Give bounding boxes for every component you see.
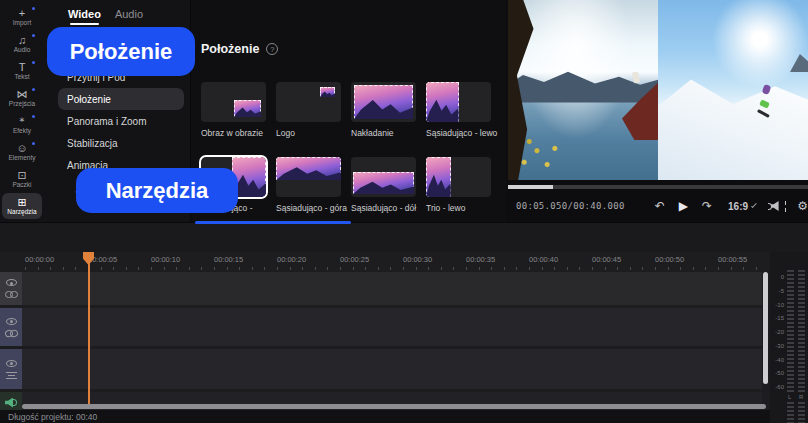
track1-header: [0, 272, 22, 305]
vertical-scrollbar[interactable]: [763, 272, 768, 384]
sidebar-item-label: Elementy: [8, 154, 35, 161]
preset-card[interactable]: Obraz w obrazie: [201, 82, 266, 139]
preset-thumbnail: [426, 157, 491, 197]
meter-bar-left-lower: [787, 402, 794, 423]
callout-tools: Narzędzia: [76, 168, 238, 213]
new-content-dot: [32, 142, 35, 145]
audio-track-icon[interactable]: [5, 398, 17, 408]
meter-scale-label: -20: [775, 329, 784, 335]
mountain-thumb: [320, 87, 335, 97]
track2-lane[interactable]: [22, 308, 762, 346]
preset-card[interactable]: Sąsiadująco - lewo: [426, 82, 491, 139]
callout-tools-label: Narzędzia: [106, 178, 209, 204]
preset-label: Obraz w obrazie: [201, 128, 266, 138]
panel-header: Położenie ?: [201, 42, 278, 56]
tools-menu-item[interactable]: Panorama i Zoom: [58, 110, 184, 132]
preset-label: Trio - lewo: [426, 203, 491, 213]
aspect-ratio-select[interactable]: 16:9: [728, 201, 748, 212]
tab[interactable]: Audio: [115, 8, 143, 25]
mountain-thumb: [234, 100, 261, 117]
timeline: 00:00:0000:00:0500:00:1000:00:1500:00:20…: [0, 252, 808, 423]
link-icon[interactable]: [5, 291, 18, 298]
meter-scale-label: -40: [775, 357, 784, 363]
volume-icon[interactable]: [771, 201, 772, 211]
sidebar-item[interactable]: ⋈ Przejścia: [2, 85, 42, 111]
meter-bar-right-lower: [798, 402, 805, 423]
sidebar-item-label: Audio: [14, 46, 31, 53]
eye-icon[interactable]: [6, 279, 17, 286]
mountain-thumb: [426, 157, 451, 197]
elements-icon: ☺: [16, 143, 27, 154]
ruler-label: 00:00:45: [592, 255, 621, 264]
play-icon[interactable]: ▶: [679, 200, 688, 212]
preset-label: Nakładanie: [351, 128, 416, 138]
eye-icon[interactable]: [6, 318, 17, 325]
gear-icon[interactable]: ⚙: [797, 200, 808, 212]
chevron-down-icon[interactable]: [751, 202, 756, 207]
tab[interactable]: Wideo: [68, 8, 101, 25]
preset-label: Logo: [276, 128, 341, 138]
track1-lane[interactable]: [22, 272, 762, 305]
track3-lane[interactable]: [22, 349, 762, 389]
meter-scale-label: -50: [775, 370, 784, 376]
ruler-label: 00:00:10: [151, 255, 180, 264]
preset-card[interactable]: Logo: [276, 82, 341, 139]
channel-right-label: R: [799, 394, 803, 400]
sidebar-item[interactable]: ☺ Elementy: [2, 139, 42, 165]
eye-icon[interactable]: [6, 360, 17, 367]
packs-icon: ⊡: [17, 170, 26, 181]
sidebar-item[interactable]: ⊞ Narzędzia: [2, 193, 42, 219]
preset-card[interactable]: Sąsiadująco - dół: [351, 157, 416, 214]
previous-frame-icon[interactable]: ↶: [655, 200, 665, 212]
sidebar-item[interactable]: + Import: [2, 4, 42, 30]
track-options-icon[interactable]: [6, 372, 17, 379]
preset-grid: Obraz w obrazie Logo Nakładanie Sąsiad: [201, 82, 491, 214]
preset-thumbnail: [276, 157, 341, 197]
preview-controls: 00:05.050/00:40.000 ↶ ▶ ↷ 16:9 ⚙: [508, 192, 808, 220]
preset-thumbnail: [201, 82, 266, 122]
horizontal-scrollbar[interactable]: [22, 404, 766, 409]
toolbar: ◉ ↶ ↷ ⊘ ✂ cc ⋈ ◔ − + Eksportuj: [0, 222, 808, 252]
preset-card[interactable]: Nakładanie: [351, 82, 416, 139]
mountain-thumb: [426, 82, 459, 122]
ruler-label: 00:00:50: [655, 255, 684, 264]
ridge-shape: [790, 54, 808, 72]
sidebar-item[interactable]: ♫ Audio: [2, 31, 42, 57]
preview-progress-bar[interactable]: [508, 185, 808, 189]
meter-bar-right: [798, 270, 805, 392]
tools-menu-item[interactable]: Stabilizacja: [58, 132, 184, 154]
preset-label: Sąsiadująco - góra: [276, 203, 341, 213]
preset-card[interactable]: Trio - lewo: [426, 157, 491, 214]
sidebar-item[interactable]: ＊ Efekty: [2, 112, 42, 138]
meter-scale-label: -5: [779, 288, 784, 294]
sidebar-item[interactable]: ⊡ Paczki: [2, 166, 42, 192]
preset-thumbnail: [351, 157, 416, 197]
preset-label: Sąsiadująco - lewo: [426, 128, 491, 138]
sidebar-item[interactable]: T Tekst: [2, 58, 42, 84]
ruler-label: 00:00:35: [466, 255, 495, 264]
new-content-dot: [32, 115, 35, 118]
meter-scale-label: -60: [775, 384, 784, 390]
help-icon[interactable]: ?: [266, 43, 278, 55]
next-frame-icon[interactable]: ↷: [702, 200, 712, 212]
playhead-line[interactable]: [88, 252, 90, 404]
sidebar-item-label: Efekty: [13, 127, 31, 134]
tools-menu-item[interactable]: Położenie: [58, 88, 184, 110]
video-editor-window: + Import ♫ Audio T Tekst ⋈ Przejścia ＊ E…: [0, 0, 808, 423]
callout-position-label: Położenie: [70, 39, 173, 65]
ruler-ticks: [25, 267, 765, 270]
unlink-icon[interactable]: [5, 330, 18, 337]
fullscreen-icon[interactable]: [785, 201, 786, 212]
preview-clip-right: [658, 0, 808, 180]
media-tabs: WideoAudio: [68, 8, 143, 25]
sidebar-item-label: Import: [13, 19, 31, 26]
slope-shape: [658, 68, 808, 180]
ruler-label: 00:00:25: [340, 255, 369, 264]
transitions-icon: ⋈: [17, 89, 28, 100]
channel-left-label: L: [788, 394, 791, 400]
new-content-dot: [32, 61, 35, 64]
ruler-label: 00:00:30: [403, 255, 432, 264]
new-content-dot: [32, 7, 35, 10]
audio-level-meter: 0-5-10-15-20-30-40-50-60 L R: [770, 252, 808, 423]
preset-card[interactable]: Sąsiadująco - góra: [276, 157, 341, 214]
